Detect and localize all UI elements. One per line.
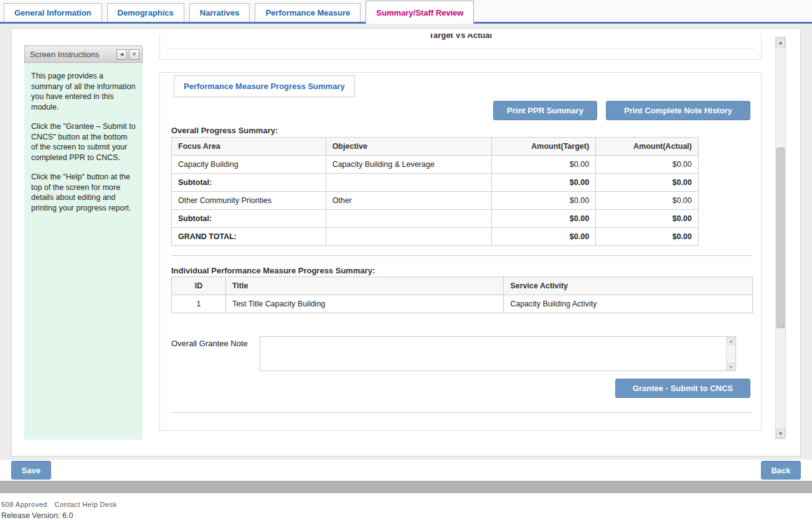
overall-progress-table: Focus Area Objective Amount(Target) Amou… xyxy=(171,137,699,246)
table-header-row: Focus Area Objective Amount(Target) Amou… xyxy=(172,138,699,156)
table-row: Other Community Priorities Other $0.00 $… xyxy=(172,192,699,210)
save-button[interactable]: Save xyxy=(11,461,51,480)
id-cell: 1 xyxy=(172,295,226,313)
screen-instructions-panel: Screen Instructions ◄ ✕ This page provid… xyxy=(24,45,143,440)
table-header-row: ID Title Service Activity xyxy=(172,277,753,295)
link-contact-help-desk[interactable]: Contact Help Desk xyxy=(54,501,116,508)
textarea-scrollbar[interactable]: ▲ ▼ xyxy=(726,337,735,371)
amount-target-cell: $0.00 xyxy=(492,192,596,210)
scrollbar-down-icon[interactable]: ▼ xyxy=(776,428,785,438)
target-vs-actual-title: Target Vs Actual xyxy=(160,34,761,40)
objective-cell: Capacity Building & Leverage xyxy=(326,156,492,174)
column-header-amount-actual: Amount(Actual) xyxy=(596,138,699,156)
individual-performance-summary-label: Individual Performance Measure Progress … xyxy=(171,266,375,275)
amount-actual-cell: $0.00 xyxy=(596,210,699,228)
screen-instructions-header: Screen Instructions ◄ ✕ xyxy=(24,45,143,63)
footer-links: 508 Approved Contact Help Desk xyxy=(1,501,122,508)
print-ppr-summary-button[interactable]: Print PPR Summary xyxy=(493,101,597,120)
column-header-service-activity: Service Activity xyxy=(504,277,753,295)
scrollbar-up-icon[interactable]: ▲ xyxy=(776,37,785,47)
divider xyxy=(171,255,753,256)
subtotal-row: Subtotal: $0.00 $0.00 xyxy=(172,174,699,192)
amount-target-cell: $0.00 xyxy=(492,156,596,174)
instruction-paragraph: This page provides a summary of all the … xyxy=(31,71,136,112)
subtotal-row: Subtotal: $0.00 $0.00 xyxy=(172,210,699,228)
column-header-objective: Objective xyxy=(326,138,492,156)
release-version-label: Release Version: 6.0 xyxy=(1,511,73,520)
column-header-id: ID xyxy=(172,277,226,295)
title-cell: Test Title Capacity Building xyxy=(225,295,504,313)
performance-summary-section: Performance Measure Progress Summary Pri… xyxy=(159,72,762,431)
tab-narratives[interactable]: Narratives xyxy=(189,3,250,22)
amount-actual-cell: $0.00 xyxy=(596,192,699,210)
main-panel: Screen Instructions ◄ ✕ This page provid… xyxy=(11,28,801,456)
column-header-focus-area: Focus Area xyxy=(172,138,326,156)
instruction-paragraph: Click the "Grantee – Submit to CNCS" but… xyxy=(31,121,136,163)
focus-area-cell: GRAND TOTAL: xyxy=(172,228,326,246)
page-background: Screen Instructions ◄ ✕ This page provid… xyxy=(0,24,812,460)
footer-divider-bar xyxy=(0,481,812,493)
instruction-paragraph: Click the "Help" button at the top of th… xyxy=(31,172,136,213)
focus-area-cell: Capacity Building xyxy=(172,156,326,174)
collapse-panel-icon[interactable]: ◄ xyxy=(116,49,127,60)
screen-instructions-body: This page provides a summary of all the … xyxy=(24,63,143,440)
focus-area-cell: Subtotal: xyxy=(172,210,326,228)
amount-target-cell: $0.00 xyxy=(492,174,596,192)
table-row: Capacity Building Capacity Building & Le… xyxy=(172,156,699,174)
scroll-down-icon[interactable]: ▼ xyxy=(727,362,735,371)
scrollbar-thumb[interactable] xyxy=(777,148,785,328)
amount-actual-cell: $0.00 xyxy=(596,156,699,174)
tab-bar: General Information Demographics Narrati… xyxy=(0,0,812,24)
divider xyxy=(171,412,753,413)
overall-grantee-note-input[interactable] xyxy=(260,337,727,371)
performance-measure-progress-summary-tab[interactable]: Performance Measure Progress Summary xyxy=(174,75,355,97)
target-vs-actual-section: Target Vs Actual xyxy=(159,34,762,60)
print-complete-note-history-button[interactable]: Print Complete Note History xyxy=(606,101,750,120)
individual-performance-table: ID Title Service Activity 1 Test Title C… xyxy=(171,277,753,313)
tab-demographics[interactable]: Demographics xyxy=(107,3,184,22)
link-508-approved[interactable]: 508 Approved xyxy=(1,501,47,508)
amount-actual-cell: $0.00 xyxy=(596,174,699,192)
amount-target-cell: $0.00 xyxy=(492,228,596,246)
vertical-scrollbar[interactable]: ▲ ▼ xyxy=(775,37,786,439)
objective-cell xyxy=(326,174,492,192)
objective-cell xyxy=(326,210,492,228)
scroll-up-icon[interactable]: ▲ xyxy=(727,337,735,345)
overall-grantee-note-label: Overall Grantee Note xyxy=(171,339,248,348)
back-button[interactable]: Back xyxy=(761,461,801,480)
tab-general-information[interactable]: General Information xyxy=(4,3,102,22)
objective-cell: Other xyxy=(326,192,492,210)
column-header-title: Title xyxy=(225,277,504,295)
grantee-submit-to-cncs-button[interactable]: Grantee - Submit to CNCS xyxy=(615,379,750,398)
overall-progress-summary-label: Overall Progress Summary: xyxy=(171,126,278,135)
service-activity-cell: Capacity Building Activity xyxy=(504,295,753,313)
focus-area-cell: Other Community Priorities xyxy=(172,192,326,210)
grand-total-row: GRAND TOTAL: $0.00 $0.00 xyxy=(172,228,699,246)
close-panel-icon[interactable]: ✕ xyxy=(129,49,139,60)
objective-cell xyxy=(326,228,492,246)
table-row: 1 Test Title Capacity Building Capacity … xyxy=(172,295,753,313)
amount-target-cell: $0.00 xyxy=(492,210,596,228)
divider xyxy=(166,49,755,49)
tab-summary-staff-review[interactable]: Summary/Staff Review xyxy=(366,1,474,24)
screen-instructions-title: Screen Instructions xyxy=(30,50,115,59)
amount-actual-cell: $0.00 xyxy=(596,228,699,246)
overall-grantee-note-field: ▲ ▼ xyxy=(260,336,736,371)
focus-area-cell: Subtotal: xyxy=(172,174,326,192)
column-header-amount-target: Amount(Target) xyxy=(492,138,596,156)
tab-performance-measure[interactable]: Performance Measure xyxy=(255,3,361,22)
